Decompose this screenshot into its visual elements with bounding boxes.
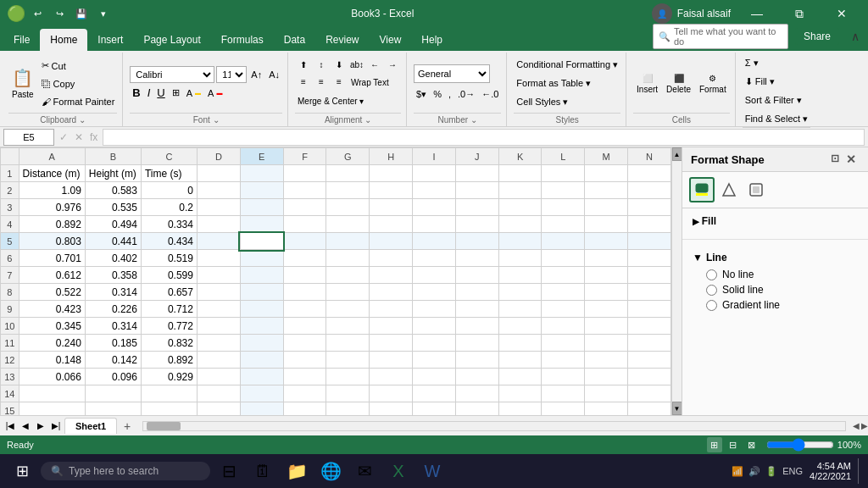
table-cell[interactable] xyxy=(498,267,542,284)
tab-data[interactable]: Data xyxy=(274,29,315,51)
row-header-15[interactable]: 15 xyxy=(1,402,19,416)
table-cell[interactable] xyxy=(283,335,326,352)
increase-font-button[interactable]: A↑ xyxy=(248,66,264,83)
table-cell[interactable] xyxy=(498,369,542,385)
table-cell[interactable] xyxy=(197,352,240,369)
table-cell[interactable] xyxy=(542,284,585,301)
table-cell[interactable] xyxy=(141,402,197,416)
clock[interactable]: 4:54 AM 4/22/2021 xyxy=(810,461,851,481)
table-cell[interactable]: 0.441 xyxy=(85,233,141,250)
zoom-slider[interactable] xyxy=(766,440,834,450)
align-middle-button[interactable]: ↕ xyxy=(313,58,330,73)
table-cell[interactable] xyxy=(240,199,283,216)
table-cell[interactable]: 1.09 xyxy=(19,182,85,199)
customize-quick-access[interactable]: ▾ xyxy=(93,3,114,24)
table-cell[interactable] xyxy=(283,385,326,402)
table-cell[interactable] xyxy=(413,301,456,318)
align-left-button[interactable]: ≡ xyxy=(295,75,312,90)
page-layout-view-button[interactable]: ⊟ xyxy=(726,437,741,452)
row-header-6[interactable]: 6 xyxy=(1,250,19,267)
table-cell[interactable]: 0.929 xyxy=(141,369,197,385)
table-cell[interactable]: 0.402 xyxy=(85,250,141,267)
scroll-thumb[interactable] xyxy=(147,422,181,430)
table-cell[interactable] xyxy=(370,165,413,182)
table-cell[interactable]: 0.240 xyxy=(19,335,85,352)
table-cell[interactable] xyxy=(197,301,240,318)
taskbar-taskview[interactable]: ⊟ xyxy=(214,456,244,486)
share-button[interactable]: Share xyxy=(795,28,839,45)
table-cell[interactable] xyxy=(413,199,456,216)
table-cell[interactable] xyxy=(85,402,141,416)
table-cell[interactable]: 0.772 xyxy=(141,318,197,335)
table-cell[interactable] xyxy=(542,385,585,402)
table-cell[interactable] xyxy=(370,267,413,284)
table-cell[interactable]: 0.148 xyxy=(19,352,85,369)
tab-review[interactable]: Review xyxy=(315,29,369,51)
row-header-8[interactable]: 8 xyxy=(1,284,19,301)
row-header-12[interactable]: 12 xyxy=(1,352,19,369)
table-cell[interactable]: 0.314 xyxy=(85,318,141,335)
table-cell[interactable] xyxy=(628,369,671,385)
table-cell[interactable] xyxy=(628,199,671,216)
sheet-scroll[interactable]: A B C D E F G H I J K L M xyxy=(0,147,671,415)
solid-line-option[interactable]: Solid line xyxy=(706,282,858,297)
paste-button[interactable]: 📋 Paste xyxy=(8,60,37,108)
table-cell[interactable] xyxy=(585,402,628,416)
table-cell[interactable] xyxy=(370,369,413,385)
table-cell[interactable] xyxy=(498,402,542,416)
table-cell[interactable] xyxy=(455,284,498,301)
table-cell[interactable] xyxy=(240,301,283,318)
scroll-left-button[interactable]: ◀ xyxy=(853,421,860,430)
table-cell[interactable] xyxy=(628,318,671,335)
table-cell[interactable] xyxy=(455,318,498,335)
table-cell[interactable] xyxy=(326,267,370,284)
table-cell[interactable] xyxy=(455,216,498,233)
table-cell[interactable] xyxy=(585,165,628,182)
table-cell[interactable] xyxy=(585,335,628,352)
col-header-B[interactable]: B xyxy=(85,148,141,165)
table-cell[interactable] xyxy=(141,385,197,402)
solid-line-radio[interactable] xyxy=(706,285,717,296)
col-header-F[interactable]: F xyxy=(283,148,326,165)
table-cell[interactable] xyxy=(240,250,283,267)
table-cell[interactable] xyxy=(413,233,456,250)
table-cell[interactable] xyxy=(455,165,498,182)
table-cell[interactable] xyxy=(413,352,456,369)
table-cell[interactable]: 0.712 xyxy=(141,301,197,318)
taskbar-word[interactable]: W xyxy=(417,456,448,486)
table-cell[interactable] xyxy=(283,352,326,369)
start-button[interactable]: ⊞ xyxy=(7,456,37,486)
page-break-view-button[interactable]: ⊠ xyxy=(744,437,760,452)
table-cell[interactable] xyxy=(455,369,498,385)
table-cell[interactable] xyxy=(413,335,456,352)
col-header-N[interactable]: N xyxy=(628,148,671,165)
table-cell[interactable]: 0.599 xyxy=(141,267,197,284)
table-cell[interactable] xyxy=(498,301,542,318)
table-cell[interactable] xyxy=(240,216,283,233)
collapse-ribbon-button[interactable]: ∧ xyxy=(846,28,865,45)
line-section-title[interactable]: ▼ Line xyxy=(693,252,858,263)
table-cell[interactable] xyxy=(283,402,326,416)
table-cell[interactable] xyxy=(542,402,585,416)
table-cell[interactable] xyxy=(283,165,326,182)
table-cell[interactable] xyxy=(326,318,370,335)
table-cell[interactable]: 0.334 xyxy=(141,216,197,233)
table-cell[interactable] xyxy=(413,318,456,335)
table-cell[interactable] xyxy=(370,233,413,250)
vertical-scrollbar[interactable]: ▲ ▼ xyxy=(671,147,682,415)
table-cell[interactable] xyxy=(455,402,498,416)
table-cell[interactable] xyxy=(370,402,413,416)
insert-cells-button[interactable]: ⬜ Insert xyxy=(633,60,661,108)
table-cell[interactable] xyxy=(542,233,585,250)
taskbar-mail[interactable]: ✉ xyxy=(349,456,380,486)
find-select-button[interactable]: Find & Select ▾ xyxy=(743,110,810,127)
table-cell[interactable]: 0.519 xyxy=(141,250,197,267)
table-cell[interactable] xyxy=(413,385,456,402)
table-cell[interactable] xyxy=(197,402,240,416)
table-cell[interactable] xyxy=(370,335,413,352)
table-cell[interactable] xyxy=(455,335,498,352)
table-cell[interactable] xyxy=(455,233,498,250)
table-cell[interactable] xyxy=(542,182,585,199)
table-cell[interactable]: 0 xyxy=(141,182,197,199)
table-cell[interactable] xyxy=(370,352,413,369)
